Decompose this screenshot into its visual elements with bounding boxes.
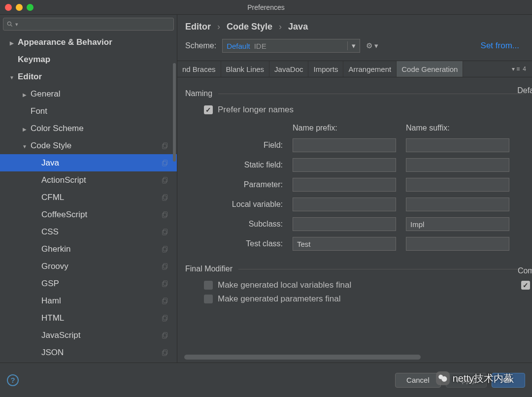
col-header-prefix: Name prefix: bbox=[293, 124, 396, 132]
final-params-row[interactable]: Make generated parameters final bbox=[204, 294, 524, 304]
col-header-suffix: Name suffix: bbox=[406, 124, 509, 132]
cancel-button[interactable]: Cancel bbox=[395, 373, 441, 388]
scrollbar[interactable] bbox=[173, 63, 176, 162]
tree-item-label: CoffeeScript bbox=[41, 210, 87, 220]
tree-item-label: Haml bbox=[41, 296, 61, 306]
tree-item-cfml[interactable]: CFML bbox=[0, 189, 177, 206]
prefix-input[interactable] bbox=[293, 158, 396, 172]
final-locals-row[interactable]: Make generated local variables final bbox=[204, 280, 524, 290]
chevron-right-icon[interactable] bbox=[22, 89, 28, 99]
checkbox-icon[interactable] bbox=[204, 105, 213, 114]
chevron-right-icon[interactable] bbox=[9, 37, 15, 47]
tree-item-label: Appearance & Behavior bbox=[18, 37, 112, 47]
svg-rect-9 bbox=[163, 196, 166, 200]
tree-item-gherkin[interactable]: Gherkin bbox=[0, 240, 177, 258]
tab-content: Defa Naming Prefer longer names Name pre… bbox=[177, 77, 532, 363]
tabs-right-margin[interactable]: ▾ ≡ 4 bbox=[512, 66, 532, 72]
checkbox-icon[interactable] bbox=[521, 281, 530, 290]
apply-button[interactable]: Apply bbox=[446, 373, 487, 388]
suffix-input[interactable] bbox=[406, 178, 509, 192]
svg-rect-15 bbox=[163, 247, 166, 252]
chevron-down-icon[interactable] bbox=[22, 141, 28, 151]
suffix-input[interactable] bbox=[406, 138, 509, 152]
naming-row-label: Static field: bbox=[199, 161, 283, 169]
svg-rect-16 bbox=[164, 264, 167, 268]
tree-item-color-scheme[interactable]: Color Scheme bbox=[0, 120, 177, 137]
suffix-input[interactable] bbox=[406, 217, 509, 231]
tree-item-code-style[interactable]: Code Style bbox=[0, 137, 177, 154]
tab-javadoc[interactable]: JavaDoc bbox=[269, 61, 308, 77]
scope-icon bbox=[161, 297, 169, 305]
suffix-input[interactable] bbox=[406, 158, 509, 172]
tree-item-label: JSON bbox=[41, 348, 64, 358]
breadcrumb: Editor › Code Style › Java bbox=[177, 15, 532, 36]
set-from-link[interactable]: Set from... bbox=[481, 41, 524, 51]
tree-item-label: ActionScript bbox=[41, 175, 86, 185]
scheme-row: Scheme: Default IDE ▾ ⚙ ▾ Set from... bbox=[177, 36, 532, 61]
tree-item-json[interactable]: JSON bbox=[0, 344, 177, 361]
chevron-down-icon[interactable] bbox=[9, 72, 15, 82]
tree-item-actionscript[interactable]: ActionScript bbox=[0, 171, 177, 189]
chevron-right-icon[interactable] bbox=[22, 124, 28, 133]
tab-nd-braces[interactable]: nd Braces bbox=[177, 61, 221, 77]
scope-icon bbox=[161, 194, 169, 201]
breadcrumb-codestyle[interactable]: Code Style bbox=[227, 22, 272, 32]
tab-imports[interactable]: Imports bbox=[308, 61, 343, 77]
tree-item-gsp[interactable]: GSP bbox=[0, 275, 177, 292]
tree-item-font[interactable]: Font bbox=[0, 102, 177, 120]
svg-rect-7 bbox=[163, 178, 166, 183]
chevron-down-icon: ▾ bbox=[347, 41, 356, 50]
help-icon[interactable]: ? bbox=[7, 374, 19, 386]
scheme-value: Default bbox=[227, 42, 250, 50]
scheme-select[interactable]: Default IDE ▾ bbox=[222, 39, 360, 53]
tree-item-label: Font bbox=[31, 106, 47, 116]
search-input[interactable]: ▾ bbox=[3, 18, 174, 31]
tree-item-label: HTML bbox=[41, 313, 64, 323]
prefer-longer-names-row[interactable]: Prefer longer names bbox=[204, 105, 524, 115]
tab-blank-lines[interactable]: Blank Lines bbox=[221, 61, 270, 77]
tree-item-general[interactable]: General bbox=[0, 85, 177, 102]
right-cutoff-label: Defa bbox=[517, 86, 532, 95]
scope-icon bbox=[161, 211, 169, 219]
tree-item-groovy[interactable]: Groovy bbox=[0, 258, 177, 275]
svg-rect-18 bbox=[164, 281, 167, 285]
sidebar: ▾ Appearance & BehaviorKeymapEditorGener… bbox=[0, 15, 177, 363]
tree-item-coffeescript[interactable]: CoffeeScript bbox=[0, 206, 177, 223]
ok-button[interactable]: OK bbox=[492, 373, 525, 388]
gear-icon[interactable]: ⚙ ▾ bbox=[366, 41, 378, 50]
tree-item-css[interactable]: CSS bbox=[0, 223, 177, 240]
right-cutoff-label-2: Comm bbox=[518, 266, 532, 275]
prefer-longer-label: Prefer longer names bbox=[218, 105, 294, 115]
scope-icon bbox=[161, 142, 169, 150]
tree-item-keymap[interactable]: Keymap bbox=[0, 51, 177, 68]
tree-item-label: Keymap bbox=[18, 55, 50, 65]
prefix-input[interactable] bbox=[293, 237, 396, 251]
tree-item-appearance-behavior[interactable]: Appearance & Behavior bbox=[0, 33, 177, 51]
horizontal-scrollbar[interactable] bbox=[184, 355, 421, 360]
naming-row-label: Subclass: bbox=[199, 220, 283, 229]
prefix-input[interactable] bbox=[293, 178, 396, 192]
tree-item-haml[interactable]: Haml bbox=[0, 292, 177, 309]
checkbox-icon[interactable] bbox=[204, 281, 213, 290]
prefix-input[interactable] bbox=[293, 138, 396, 152]
svg-rect-17 bbox=[163, 265, 166, 269]
breadcrumb-editor[interactable]: Editor bbox=[185, 22, 211, 32]
tree-item-editor[interactable]: Editor bbox=[0, 68, 177, 85]
suffix-input[interactable] bbox=[406, 198, 509, 211]
scope-icon bbox=[161, 228, 169, 236]
tree-item-java[interactable]: Java bbox=[0, 154, 177, 171]
prefix-input[interactable] bbox=[293, 198, 396, 211]
tree-item-javascript[interactable]: JavaScript bbox=[0, 327, 177, 344]
tab-code-generation[interactable]: Code Generation bbox=[397, 61, 463, 77]
final-params-label: Make generated parameters final bbox=[218, 294, 340, 304]
svg-rect-6 bbox=[164, 177, 167, 182]
svg-rect-25 bbox=[163, 333, 166, 338]
suffix-input[interactable] bbox=[406, 237, 509, 251]
final-locals-label: Make generated local variables final bbox=[218, 280, 351, 290]
tab-arrangement[interactable]: Arrangement bbox=[343, 61, 397, 77]
prefix-input[interactable] bbox=[293, 217, 396, 231]
svg-rect-27 bbox=[163, 351, 166, 355]
checkbox-icon[interactable] bbox=[204, 295, 213, 303]
naming-row-label: Local variable: bbox=[199, 200, 283, 209]
tree-item-html[interactable]: HTML bbox=[0, 309, 177, 327]
